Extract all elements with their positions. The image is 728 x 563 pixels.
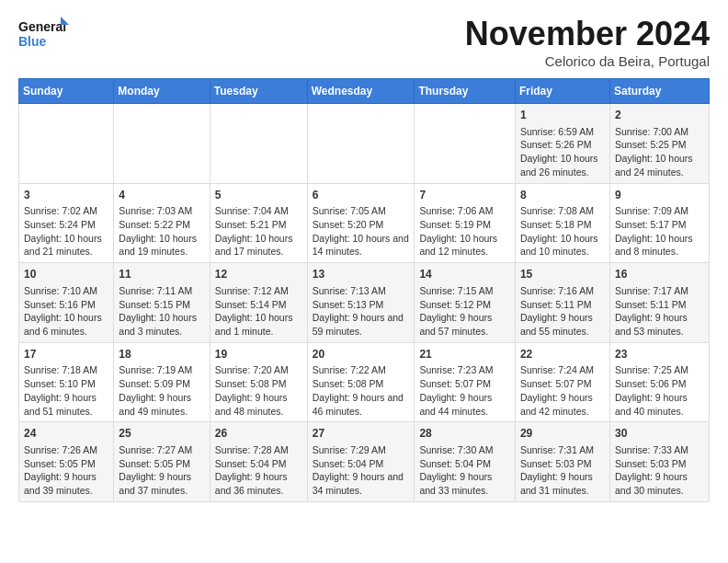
day-info: Sunrise: 7:26 AMSunset: 5:05 PMDaylight:… — [24, 443, 108, 498]
day-number: 12 — [215, 267, 302, 282]
calendar-cell: 4Sunrise: 7:03 AMSunset: 5:22 PMDaylight… — [114, 183, 210, 263]
day-info: Sunrise: 7:17 AMSunset: 5:11 PMDaylight:… — [615, 284, 704, 339]
day-number: 16 — [615, 267, 704, 282]
day-info: Sunrise: 7:10 AMSunset: 5:16 PMDaylight:… — [24, 284, 108, 339]
day-info: Sunrise: 7:18 AMSunset: 5:10 PMDaylight:… — [24, 363, 108, 418]
day-info: Sunrise: 7:20 AMSunset: 5:08 PMDaylight:… — [215, 363, 302, 418]
calendar-cell: 20Sunrise: 7:22 AMSunset: 5:08 PMDayligh… — [307, 342, 415, 422]
day-info: Sunrise: 7:22 AMSunset: 5:08 PMDaylight:… — [313, 363, 410, 418]
day-number: 5 — [215, 188, 302, 203]
calendar-cell: 5Sunrise: 7:04 AMSunset: 5:21 PMDaylight… — [210, 183, 307, 263]
weekday-header: Saturday — [609, 79, 709, 104]
day-number: 28 — [419, 426, 510, 442]
day-info: Sunrise: 7:16 AMSunset: 5:11 PMDaylight:… — [520, 284, 605, 339]
weekday-header: Sunday — [19, 79, 114, 104]
weekday-header: Monday — [114, 79, 210, 104]
day-number: 20 — [313, 347, 410, 362]
day-number: 25 — [119, 426, 204, 442]
calendar-week-row: 10Sunrise: 7:10 AMSunset: 5:16 PMDayligh… — [19, 263, 710, 343]
day-info: Sunrise: 7:03 AMSunset: 5:22 PMDaylight:… — [119, 204, 204, 259]
calendar-cell: 7Sunrise: 7:06 AMSunset: 5:19 PMDaylight… — [415, 183, 516, 263]
day-number: 10 — [24, 267, 108, 282]
svg-text:Blue: Blue — [18, 34, 47, 49]
day-number: 8 — [520, 188, 605, 203]
calendar-cell: 27Sunrise: 7:29 AMSunset: 5:04 PMDayligh… — [307, 422, 415, 502]
calendar-cell: 29Sunrise: 7:31 AMSunset: 5:03 PMDayligh… — [515, 422, 609, 502]
calendar-week-row: 3Sunrise: 7:02 AMSunset: 5:24 PMDaylight… — [19, 183, 710, 263]
calendar-cell: 16Sunrise: 7:17 AMSunset: 5:11 PMDayligh… — [609, 263, 709, 343]
day-number: 14 — [419, 267, 510, 282]
day-number: 23 — [615, 347, 704, 362]
svg-marker-2 — [61, 17, 69, 25]
day-number: 30 — [615, 426, 704, 442]
weekday-header: Wednesday — [307, 79, 415, 104]
day-number: 26 — [215, 426, 302, 442]
day-number: 1 — [520, 108, 605, 123]
calendar-cell: 8Sunrise: 7:08 AMSunset: 5:18 PMDaylight… — [515, 183, 609, 263]
calendar-cell: 19Sunrise: 7:20 AMSunset: 5:08 PMDayligh… — [210, 342, 307, 422]
calendar-cell: 6Sunrise: 7:05 AMSunset: 5:20 PMDaylight… — [307, 183, 415, 263]
day-info: Sunrise: 7:13 AMSunset: 5:13 PMDaylight:… — [313, 284, 410, 339]
calendar-cell: 25Sunrise: 7:27 AMSunset: 5:05 PMDayligh… — [114, 422, 210, 502]
day-number: 18 — [119, 347, 204, 362]
day-info: Sunrise: 7:24 AMSunset: 5:07 PMDaylight:… — [520, 363, 605, 418]
day-number: 22 — [520, 347, 605, 362]
calendar-cell: 30Sunrise: 7:33 AMSunset: 5:03 PMDayligh… — [609, 422, 709, 502]
day-info: Sunrise: 7:05 AMSunset: 5:20 PMDaylight:… — [313, 204, 410, 259]
day-info: Sunrise: 7:31 AMSunset: 5:03 PMDaylight:… — [520, 443, 605, 498]
day-info: Sunrise: 7:29 AMSunset: 5:04 PMDaylight:… — [313, 443, 410, 498]
calendar-table: SundayMondayTuesdayWednesdayThursdayFrid… — [18, 78, 710, 502]
day-info: Sunrise: 7:11 AMSunset: 5:15 PMDaylight:… — [119, 284, 204, 339]
calendar-cell: 18Sunrise: 7:19 AMSunset: 5:09 PMDayligh… — [114, 342, 210, 422]
day-info: Sunrise: 7:23 AMSunset: 5:07 PMDaylight:… — [419, 363, 510, 418]
svg-text:General: General — [18, 19, 66, 34]
day-number: 11 — [119, 267, 204, 282]
day-number: 15 — [520, 267, 605, 282]
day-number: 29 — [520, 426, 605, 442]
calendar-cell: 28Sunrise: 7:30 AMSunset: 5:04 PMDayligh… — [415, 422, 516, 502]
title-area: November 2024 Celorico da Beira, Portuga… — [465, 15, 710, 69]
calendar-cell: 13Sunrise: 7:13 AMSunset: 5:13 PMDayligh… — [307, 263, 415, 343]
day-number: 2 — [615, 108, 704, 123]
day-info: Sunrise: 7:19 AMSunset: 5:09 PMDaylight:… — [119, 363, 204, 418]
day-info: Sunrise: 7:15 AMSunset: 5:12 PMDaylight:… — [419, 284, 510, 339]
calendar-cell — [114, 104, 210, 184]
day-number: 27 — [313, 426, 410, 442]
calendar-cell: 3Sunrise: 7:02 AMSunset: 5:24 PMDaylight… — [19, 183, 114, 263]
calendar-cell: 26Sunrise: 7:28 AMSunset: 5:04 PMDayligh… — [210, 422, 307, 502]
calendar-week-row: 1Sunrise: 6:59 AMSunset: 5:26 PMDaylight… — [19, 104, 710, 184]
day-info: Sunrise: 7:09 AMSunset: 5:17 PMDaylight:… — [615, 204, 704, 259]
calendar-week-row: 24Sunrise: 7:26 AMSunset: 5:05 PMDayligh… — [19, 422, 710, 502]
location: Celorico da Beira, Portugal — [465, 53, 710, 69]
day-info: Sunrise: 7:30 AMSunset: 5:04 PMDaylight:… — [419, 443, 510, 498]
day-info: Sunrise: 7:25 AMSunset: 5:06 PMDaylight:… — [615, 363, 704, 418]
day-info: Sunrise: 7:08 AMSunset: 5:18 PMDaylight:… — [520, 204, 605, 259]
month-title: November 2024 — [465, 15, 710, 53]
calendar-cell — [19, 104, 114, 184]
calendar-cell — [307, 104, 415, 184]
day-info: Sunrise: 7:12 AMSunset: 5:14 PMDaylight:… — [215, 284, 302, 339]
day-number: 6 — [313, 188, 410, 203]
logo-svg: General Blue — [18, 15, 69, 52]
logo: General Blue — [18, 15, 69, 52]
calendar-cell: 9Sunrise: 7:09 AMSunset: 5:17 PMDaylight… — [609, 183, 709, 263]
day-number: 21 — [419, 347, 510, 362]
calendar-cell: 15Sunrise: 7:16 AMSunset: 5:11 PMDayligh… — [515, 263, 609, 343]
day-info: Sunrise: 7:27 AMSunset: 5:05 PMDaylight:… — [119, 443, 204, 498]
calendar-cell: 2Sunrise: 7:00 AMSunset: 5:25 PMDaylight… — [609, 104, 709, 184]
header: General Blue November 2024 Celorico da B… — [18, 15, 710, 69]
day-info: Sunrise: 7:33 AMSunset: 5:03 PMDaylight:… — [615, 443, 704, 498]
calendar-cell: 22Sunrise: 7:24 AMSunset: 5:07 PMDayligh… — [515, 342, 609, 422]
day-number: 9 — [615, 188, 704, 203]
calendar-cell: 1Sunrise: 6:59 AMSunset: 5:26 PMDaylight… — [515, 104, 609, 184]
calendar-cell: 24Sunrise: 7:26 AMSunset: 5:05 PMDayligh… — [19, 422, 114, 502]
day-number: 3 — [24, 188, 108, 203]
day-number: 4 — [119, 188, 204, 203]
day-number: 24 — [24, 426, 108, 442]
calendar-cell: 12Sunrise: 7:12 AMSunset: 5:14 PMDayligh… — [210, 263, 307, 343]
weekday-header: Thursday — [415, 79, 516, 104]
calendar-cell: 23Sunrise: 7:25 AMSunset: 5:06 PMDayligh… — [609, 342, 709, 422]
day-number: 17 — [24, 347, 108, 362]
weekday-header: Friday — [515, 79, 609, 104]
day-number: 13 — [313, 267, 410, 282]
